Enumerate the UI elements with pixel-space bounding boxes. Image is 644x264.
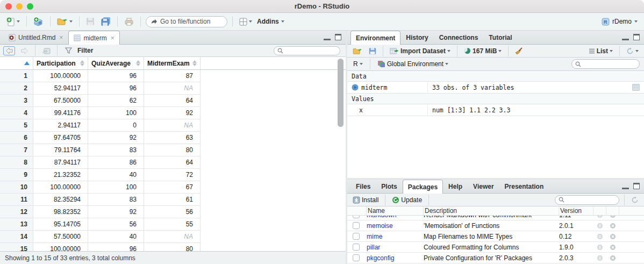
- new-project-button[interactable]: R: [32, 16, 45, 27]
- table-row[interactable]: 15100.000009680: [0, 243, 346, 251]
- package-name-link[interactable]: markdown: [367, 216, 424, 219]
- maximize-pane-icon[interactable]: [335, 34, 341, 40]
- goto-file-function-input[interactable]: [160, 18, 219, 25]
- column-header-midtermexam[interactable]: MidtermExam: [144, 57, 201, 69]
- column-header-quizaverage[interactable]: QuizAverage: [88, 57, 144, 69]
- pane-minmax: [324, 34, 341, 40]
- addins-menu[interactable]: Addins: [257, 18, 284, 25]
- environment-object-row[interactable]: midterm33 obs. of 3 variables: [347, 82, 644, 94]
- environment-search-input[interactable]: [583, 61, 632, 67]
- save-button[interactable]: [84, 16, 96, 27]
- column-header-participation[interactable]: Participation: [33, 57, 88, 69]
- load-workspace-button[interactable]: [351, 46, 364, 56]
- tab-packages[interactable]: Packages: [403, 180, 443, 194]
- data-search-box[interactable]: [274, 46, 340, 55]
- refresh-environment-button[interactable]: [625, 46, 640, 56]
- remove-package-icon[interactable]: [610, 223, 616, 229]
- browse-package-icon[interactable]: [597, 255, 603, 261]
- tab-files[interactable]: Files: [350, 180, 376, 193]
- filter-button[interactable]: [62, 46, 74, 55]
- tab-help[interactable]: Help: [443, 180, 468, 193]
- table-row[interactable]: 779.117648380: [0, 144, 346, 156]
- vertical-scrollbar[interactable]: [338, 59, 344, 127]
- table-row[interactable]: 1182.352948361: [0, 194, 346, 206]
- table-row[interactable]: 52.941170NA: [0, 119, 346, 132]
- table-row[interactable]: 697.647059263: [0, 132, 346, 144]
- refresh-packages-button[interactable]: [629, 195, 640, 205]
- remove-package-icon[interactable]: [610, 244, 616, 251]
- remove-package-icon[interactable]: [610, 233, 616, 240]
- list-view-button[interactable]: List: [587, 46, 614, 56]
- r-language-selector[interactable]: R: [352, 59, 364, 69]
- package-checkbox[interactable]: [353, 254, 360, 261]
- tab-tutorial[interactable]: Tutorial: [483, 31, 517, 44]
- package-checkbox[interactable]: [353, 244, 360, 251]
- import-dataset-button[interactable]: Import Dataset: [388, 46, 452, 56]
- new-file-button[interactable]: [4, 16, 22, 27]
- table-row[interactable]: 499.4117610092: [0, 107, 346, 119]
- install-button[interactable]: Install: [351, 195, 380, 205]
- cell-n: 13: [0, 218, 33, 231]
- save-workspace-button[interactable]: [367, 46, 378, 56]
- browse-package-icon[interactable]: [597, 244, 603, 251]
- data-search-input[interactable]: [285, 47, 334, 54]
- table-row[interactable]: 921.323524072: [0, 169, 346, 181]
- update-button[interactable]: Update: [390, 195, 424, 205]
- packages-search-box[interactable]: [555, 195, 619, 205]
- package-checkbox[interactable]: [353, 233, 360, 240]
- clear-workspace-button[interactable]: [513, 46, 525, 56]
- browse-package-icon[interactable]: [597, 233, 603, 240]
- remove-package-icon[interactable]: [610, 216, 616, 218]
- package-name-link[interactable]: memoise: [367, 222, 424, 230]
- close-icon[interactable]: ×: [111, 34, 115, 42]
- package-name-link[interactable]: mime: [367, 233, 424, 240]
- table-row[interactable]: 10100.0000010067: [0, 181, 346, 194]
- forward-button[interactable]: [18, 46, 30, 55]
- goto-file-function-box[interactable]: [146, 16, 227, 27]
- minimize-pane-icon[interactable]: [622, 184, 629, 189]
- expand-icon[interactable]: [352, 84, 359, 91]
- tab-connections[interactable]: Connections: [434, 31, 484, 44]
- table-row[interactable]: 1100.000009687: [0, 70, 346, 82]
- close-icon[interactable]: ×: [59, 34, 63, 41]
- package-checkbox[interactable]: [353, 222, 360, 229]
- memory-usage-button[interactable]: 167 MiB: [462, 46, 503, 56]
- project-selector[interactable]: R rDemo: [602, 18, 640, 26]
- rownum-header[interactable]: [0, 57, 33, 69]
- minimize-pane-icon[interactable]: [622, 35, 629, 40]
- package-version: 2.0.1: [559, 222, 593, 230]
- open-file-button[interactable]: [55, 16, 74, 27]
- packages-search-input[interactable]: [567, 197, 615, 203]
- back-button[interactable]: [3, 46, 15, 55]
- maximize-pane-icon[interactable]: [633, 183, 640, 189]
- package-name-link[interactable]: pkgconfig: [367, 254, 424, 262]
- maximize-pane-icon[interactable]: [633, 34, 640, 40]
- environment-search-box[interactable]: [571, 59, 640, 69]
- table-row[interactable]: 252.9411796NA: [0, 82, 346, 95]
- table-row[interactable]: 1395.147055655: [0, 218, 346, 231]
- tab-viewer[interactable]: Viewer: [468, 180, 499, 193]
- tab-presentation[interactable]: Presentation: [499, 180, 549, 193]
- global-environment-selector[interactable]: Global Environment: [376, 59, 450, 69]
- remove-package-icon[interactable]: [610, 255, 616, 261]
- tab-untitled-rmd[interactable]: Untitled.Rmd ×: [3, 31, 68, 44]
- browse-package-icon[interactable]: [597, 216, 603, 218]
- print-button[interactable]: [123, 16, 135, 27]
- panes-layout-button[interactable]: [238, 17, 254, 27]
- tab-environment[interactable]: Environment: [350, 31, 400, 45]
- environment-object-row[interactable]: xnum [1:3] 1.1 2.2 3.3: [347, 104, 644, 116]
- table-row[interactable]: 367.500006264: [0, 95, 346, 107]
- table-row[interactable]: 887.941178664: [0, 156, 346, 169]
- table-row[interactable]: 1457.5000040NA: [0, 231, 346, 243]
- table-row[interactable]: 1298.823529256: [0, 206, 346, 218]
- minimize-pane-icon[interactable]: [324, 35, 331, 40]
- tab-midterm[interactable]: midterm ×: [68, 31, 119, 45]
- browse-package-icon[interactable]: [597, 223, 603, 229]
- view-table-icon[interactable]: [632, 84, 640, 91]
- tab-plots[interactable]: Plots: [376, 180, 402, 193]
- package-checkbox[interactable]: [353, 216, 360, 218]
- package-name-link[interactable]: pillar: [367, 244, 424, 251]
- save-all-button[interactable]: [99, 16, 112, 27]
- open-in-new-window-button[interactable]: [40, 46, 52, 55]
- tab-history[interactable]: History: [400, 31, 433, 44]
